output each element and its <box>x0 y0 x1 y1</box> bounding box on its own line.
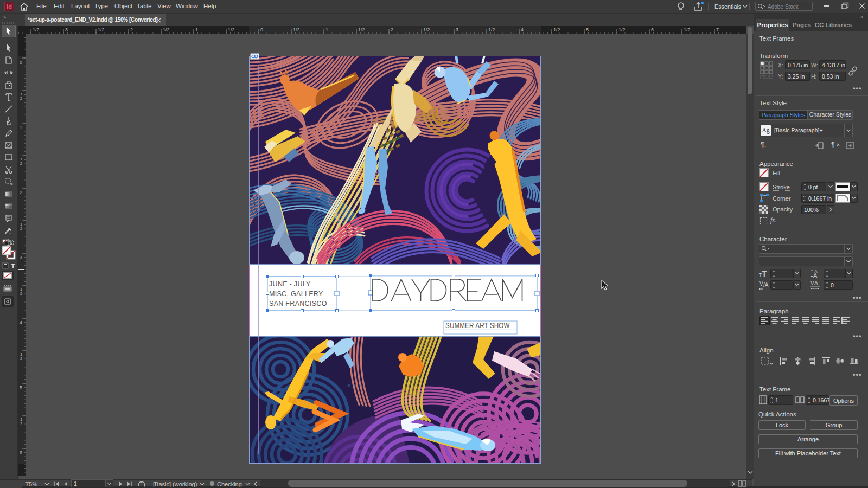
svg-text:7: 7 <box>716 27 719 33</box>
svg-text:2: 2 <box>130 27 133 33</box>
svg-text:3: 3 <box>20 255 22 260</box>
svg-text:0: 0 <box>260 27 263 33</box>
svg-text:1/2: 1/2 <box>98 27 105 33</box>
svg-text:3: 3 <box>456 27 458 33</box>
svg-text:1/2: 1/2 <box>618 27 626 33</box>
svg-text:A: A <box>813 272 818 279</box>
svg-text:2: 2 <box>20 356 22 361</box>
svg-text:5: 5 <box>20 385 22 390</box>
svg-text:6: 6 <box>20 450 22 455</box>
svg-text:1: 1 <box>326 27 328 33</box>
svg-text:T: T <box>11 262 15 269</box>
svg-text:2: 2 <box>20 421 22 426</box>
svg-text:4: 4 <box>20 320 22 325</box>
svg-text:4: 4 <box>521 27 524 33</box>
svg-text:2: 2 <box>20 291 22 296</box>
svg-text:1/2: 1/2 <box>423 27 430 33</box>
svg-text:5: 5 <box>586 27 589 33</box>
svg-text:A: A <box>814 280 818 286</box>
svg-text:2: 2 <box>20 96 22 101</box>
svg-text:1/2: 1/2 <box>293 27 300 33</box>
svg-text:6: 6 <box>651 27 654 33</box>
svg-text:2: 2 <box>20 190 22 195</box>
svg-text:1: 1 <box>20 125 22 130</box>
svg-text:1/2: 1/2 <box>488 27 495 33</box>
svg-text:/A: /A <box>763 282 769 288</box>
svg-text:0: 0 <box>20 60 22 65</box>
svg-text:1: 1 <box>195 27 198 33</box>
svg-text:1/2: 1/2 <box>163 27 170 33</box>
svg-text:2: 2 <box>391 27 393 33</box>
svg-text:1/2: 1/2 <box>358 27 365 33</box>
svg-text:V: V <box>810 280 814 286</box>
svg-text:3: 3 <box>65 27 68 33</box>
svg-text:1/2: 1/2 <box>553 27 560 33</box>
svg-text:1/2: 1/2 <box>228 27 235 33</box>
svg-text:V: V <box>760 281 763 287</box>
svg-text:2: 2 <box>20 161 22 166</box>
svg-text:2: 2 <box>20 226 22 231</box>
svg-text:1/2: 1/2 <box>684 27 691 33</box>
svg-text:1/2: 1/2 <box>33 27 40 33</box>
svg-text:m: m <box>9 232 11 235</box>
